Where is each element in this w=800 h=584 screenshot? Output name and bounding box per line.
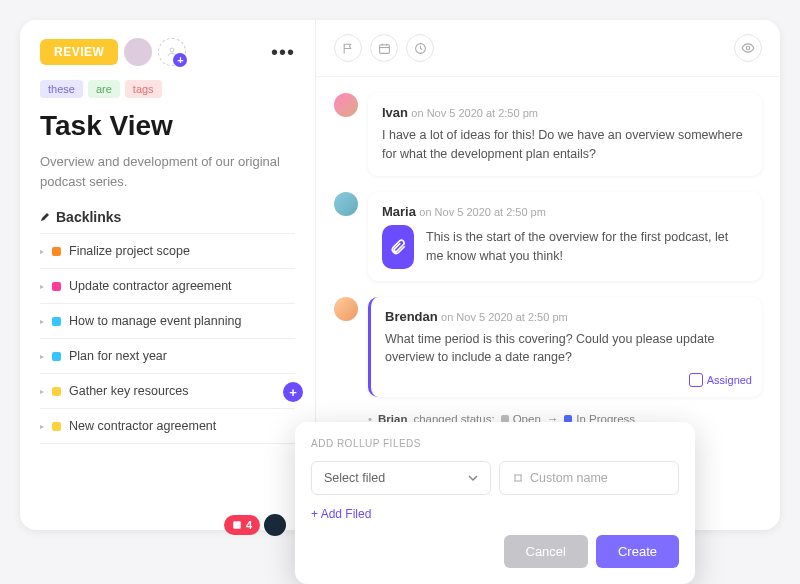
bottom-collaborators[interactable]: 4 <box>224 514 286 536</box>
watch-icon[interactable] <box>734 34 762 62</box>
comment-author: Ivan <box>382 105 408 120</box>
avatar <box>334 93 358 117</box>
svg-rect-1 <box>379 44 389 53</box>
review-badge: REVIEW <box>40 39 118 65</box>
caret-icon: ▸ <box>40 352 44 361</box>
tag[interactable]: are <box>88 80 120 98</box>
task-topbar: REVIEW + ••• <box>40 38 295 66</box>
flag-icon[interactable] <box>334 34 362 62</box>
backlink-item[interactable]: ▸Finalize project scope <box>40 234 295 269</box>
tag-list: these are tags <box>40 80 295 98</box>
caret-icon: ▸ <box>40 317 44 326</box>
pencil-icon <box>40 212 50 222</box>
svg-rect-4 <box>233 521 241 529</box>
backlink-list: ▸Finalize project scope ▸Update contract… <box>40 233 295 444</box>
tag[interactable]: these <box>40 80 83 98</box>
backlink-item[interactable]: ▸How to manage event planning <box>40 304 295 339</box>
backlink-item[interactable]: ▸Update contractor agreement <box>40 269 295 304</box>
svg-point-0 <box>170 48 174 52</box>
caret-icon: ▸ <box>40 387 44 396</box>
chevron-down-icon <box>468 473 478 483</box>
custom-name-input[interactable]: Custom name <box>499 461 679 495</box>
add-assignee-button[interactable]: + <box>158 38 186 66</box>
comment-text: What time period is this covering? Could… <box>385 330 748 368</box>
cancel-button[interactable]: Cancel <box>504 535 588 568</box>
comment-timestamp: on Nov 5 2020 at 2:50 pm <box>411 107 538 119</box>
comment-text: I have a lot of ideas for this! Do we ha… <box>382 126 748 164</box>
avatar <box>334 297 358 321</box>
status-color <box>52 422 61 431</box>
text-icon <box>512 472 524 484</box>
status-color <box>52 317 61 326</box>
status-color <box>52 387 61 396</box>
plus-icon: + <box>173 53 187 67</box>
backlink-item[interactable]: ▸New contractor agreement <box>40 409 295 444</box>
field-select[interactable]: Select filed <box>311 461 491 495</box>
comment-timestamp: on Nov 5 2020 at 2:50 pm <box>419 206 546 218</box>
comment-author: Maria <box>382 204 416 219</box>
tag[interactable]: tags <box>125 80 162 98</box>
svg-point-3 <box>746 46 750 50</box>
comment: Brendan on Nov 5 2020 at 2:50 pm What ti… <box>334 297 762 398</box>
attachment-icon[interactable] <box>382 225 414 269</box>
status-color <box>52 282 61 291</box>
calendar-icon[interactable] <box>370 34 398 62</box>
task-title: Task View <box>40 110 295 142</box>
modal-title: ADD ROLLUP FILEDS <box>311 438 679 449</box>
left-panel: REVIEW + ••• these are tags Task View Ov… <box>20 20 316 530</box>
assignee-avatar[interactable] <box>124 38 152 66</box>
status-color <box>52 352 61 361</box>
add-field-link[interactable]: + Add Filed <box>311 507 679 521</box>
comment-author: Brendan <box>385 309 438 324</box>
comment: Maria on Nov 5 2020 at 2:50 pm This is t… <box>334 192 762 281</box>
assigned-checkbox[interactable]: Assigned <box>689 373 752 387</box>
avatar <box>334 192 358 216</box>
backlink-item[interactable]: ▸Gather key resources <box>40 374 295 409</box>
backlinks-header[interactable]: Backlinks <box>40 209 295 225</box>
status-color <box>52 247 61 256</box>
caret-icon: ▸ <box>40 247 44 256</box>
add-backlink-button[interactable]: + <box>283 382 303 402</box>
avatar <box>264 514 286 536</box>
task-description: Overview and development of our original… <box>40 152 295 191</box>
caret-icon: ▸ <box>40 422 44 431</box>
more-menu[interactable]: ••• <box>271 41 295 64</box>
activity-toolbar <box>316 20 780 77</box>
comment-text: This is the start of the overview for th… <box>426 228 748 266</box>
comment-timestamp: on Nov 5 2020 at 2:50 pm <box>441 311 568 323</box>
add-rollup-modal: ADD ROLLUP FILEDS Select filed Custom na… <box>295 422 695 584</box>
clock-icon[interactable] <box>406 34 434 62</box>
comment: Ivan on Nov 5 2020 at 2:50 pm I have a l… <box>334 93 762 176</box>
backlink-item[interactable]: ▸Plan for next year <box>40 339 295 374</box>
create-button[interactable]: Create <box>596 535 679 568</box>
caret-icon: ▸ <box>40 282 44 291</box>
